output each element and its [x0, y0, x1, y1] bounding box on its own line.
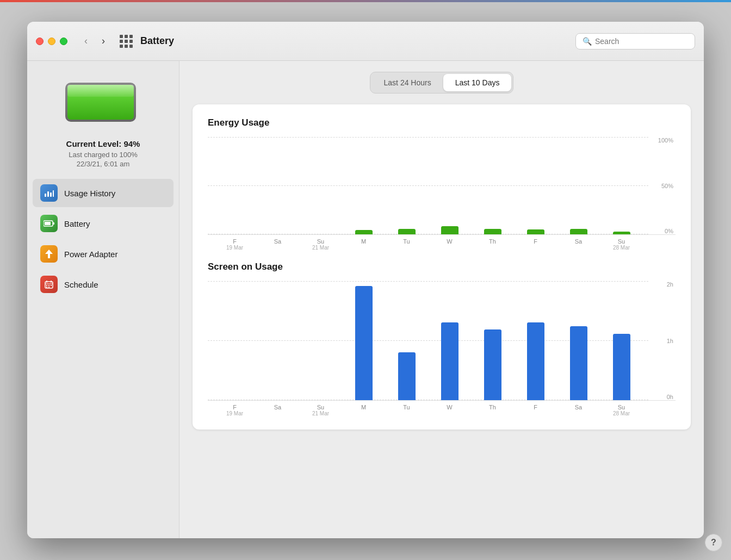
svg-rect-1 — [47, 191, 49, 197]
x-date: 19 Mar — [213, 245, 256, 251]
back-button[interactable]: ‹ — [78, 34, 94, 49]
search-box[interactable]: 🔍 — [575, 33, 695, 49]
x-day: F — [213, 238, 256, 245]
screen-x-label: F — [514, 404, 557, 416]
energy-x-label: F19 Mar — [213, 238, 256, 251]
x-date: 28 Mar — [600, 410, 643, 416]
screen-bars — [208, 281, 648, 400]
screen-y-2h: 2h — [667, 281, 673, 288]
screen-x-label: Su21 Mar — [299, 404, 342, 416]
battery-last-charged: Last charged to 100% — [38, 151, 168, 159]
screen-bar-group — [385, 352, 428, 400]
screen-x-labels: F19 MarSaSu21 MarMTuWThFSaSu28 Mar — [208, 401, 648, 416]
tab-last-10d[interactable]: Last 10 Days — [443, 74, 512, 91]
x-date: 21 Mar — [299, 245, 342, 251]
search-icon: 🔍 — [583, 37, 592, 46]
tab-group: Last 24 Hours Last 10 Days — [370, 72, 514, 94]
energy-bar-group — [557, 229, 600, 234]
energy-bar — [441, 226, 459, 234]
energy-bar — [484, 229, 501, 234]
screen-bar-group — [557, 326, 600, 401]
traffic-lights — [36, 38, 67, 45]
energy-bar-group — [514, 229, 557, 234]
screen-bar — [613, 334, 630, 400]
minimize-button[interactable] — [48, 38, 55, 45]
forward-button[interactable]: › — [96, 34, 111, 49]
x-day: Sa — [557, 238, 600, 245]
svg-rect-2 — [50, 192, 52, 197]
energy-x-labels: F19 MarSaSu21 MarMTuWThFSaSu28 Mar — [208, 235, 648, 251]
energy-bar-group — [471, 229, 514, 234]
x-day: Th — [471, 238, 514, 245]
x-day: W — [428, 404, 471, 410]
energy-y-50: 50% — [661, 183, 673, 189]
svg-rect-0 — [45, 194, 46, 197]
x-day: W — [428, 238, 471, 245]
svg-rect-14 — [46, 287, 47, 288]
sidebar: Current Level: 94% Last charged to 100% … — [27, 61, 179, 538]
energy-x-label: Su28 Mar — [600, 238, 643, 251]
screen-x-label: Tu — [385, 404, 428, 416]
sidebar-item-schedule[interactable]: Schedule — [33, 270, 174, 298]
x-day: Su — [299, 404, 342, 410]
tab-last-24h[interactable]: Last 24 Hours — [372, 74, 443, 91]
x-day: Su — [299, 238, 342, 245]
close-button[interactable] — [36, 38, 44, 45]
main-content: Last 24 Hours Last 10 Days Energy Usage — [179, 61, 704, 538]
battery-date: 22/3/21, 6:01 am — [38, 160, 168, 168]
nav-buttons: ‹ › — [78, 34, 111, 49]
screen-usage-section: Screen on Usage 2h 1h 0h — [208, 262, 676, 416]
energy-x-label: Tu — [385, 238, 428, 251]
screen-x-label: W — [428, 404, 471, 416]
svg-rect-15 — [48, 287, 49, 288]
screen-bar — [355, 286, 373, 400]
x-day: Sa — [256, 404, 299, 410]
grid-icon[interactable] — [120, 35, 133, 48]
x-day: F — [514, 404, 557, 410]
energy-bars — [208, 137, 648, 234]
screen-bar-group — [342, 286, 385, 400]
energy-x-label: Su21 Mar — [299, 238, 342, 251]
energy-bar — [613, 232, 630, 234]
x-day: Sa — [557, 404, 600, 410]
x-day: Tu — [385, 238, 428, 245]
screen-y-0h: 0h — [667, 394, 673, 400]
battery-level-label: Current Level: 94% — [38, 139, 168, 148]
energy-chart: 100% 50% 0% — [208, 137, 676, 235]
sidebar-item-label-schedule: Schedule — [64, 280, 98, 289]
screen-bar-group — [428, 322, 471, 400]
energy-x-label: F — [514, 238, 557, 251]
energy-bar-group — [342, 230, 385, 234]
svg-marker-7 — [45, 250, 53, 258]
search-input[interactable] — [595, 37, 688, 46]
maximize-button[interactable] — [60, 38, 67, 45]
screen-y-1h: 1h — [667, 338, 673, 344]
sidebar-item-usage-history[interactable]: Usage History — [33, 179, 174, 207]
x-day: Sa — [256, 238, 299, 245]
screen-x-label: Th — [471, 404, 514, 416]
x-day: F — [514, 238, 557, 245]
sidebar-items: Usage History Battery — [27, 179, 179, 298]
sidebar-item-power-adapter[interactable]: Power Adapter — [33, 240, 174, 268]
chart-card: Energy Usage 100% 50% 0% — [193, 104, 691, 430]
screen-x-label: F19 Mar — [213, 404, 256, 416]
screen-bar-group — [471, 329, 514, 400]
screen-chart: 2h 1h 0h — [208, 281, 676, 401]
x-day: Su — [600, 404, 643, 410]
screen-x-label: Sa — [557, 404, 600, 416]
energy-bar-group — [428, 226, 471, 234]
svg-rect-13 — [48, 285, 49, 286]
svg-rect-5 — [45, 222, 51, 225]
battery-body — [65, 83, 136, 122]
energy-bar — [398, 229, 416, 234]
usage-history-icon — [40, 184, 58, 202]
energy-x-label: W — [428, 238, 471, 251]
energy-x-label: Sa — [557, 238, 600, 251]
x-date: 21 Mar — [299, 410, 342, 416]
sidebar-item-battery[interactable]: Battery — [33, 209, 174, 238]
battery-visual — [27, 83, 179, 126]
sidebar-item-label-usage: Usage History — [64, 189, 115, 198]
x-day: M — [342, 404, 385, 410]
energy-y-labels: 100% 50% 0% — [648, 137, 676, 234]
x-day: F — [213, 404, 256, 410]
